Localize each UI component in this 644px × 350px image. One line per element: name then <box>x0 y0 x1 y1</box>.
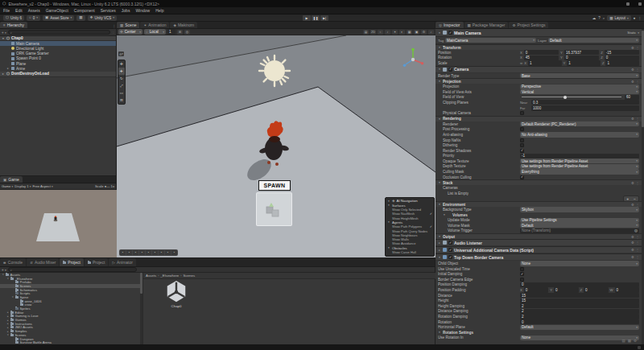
kebab-menu-icon[interactable]: ⋮ <box>636 241 639 245</box>
menu-item-gameobject[interactable]: GameObject <box>46 8 68 13</box>
unity-version-button[interactable]: ⬡ Unity 6 <box>3 15 24 21</box>
aspect-dropdown[interactable]: Free Aspect ▾ <box>33 184 53 188</box>
axis-field[interactable]: 0 <box>615 287 639 292</box>
property-row[interactable]: Child ObjectNone▾ <box>436 261 642 266</box>
clipping-planes-row[interactable]: Clipping PlanesNear0.3Far1000 <box>436 100 642 110</box>
project-search-input[interactable]: ⌕ <box>8 267 137 272</box>
add-asset-button[interactable]: + ▾ <box>2 268 6 272</box>
hierarchy-item-anne[interactable]: ▸Anne <box>0 66 116 71</box>
menu-item-edit[interactable]: Edit <box>15 8 23 13</box>
checkbox[interactable] <box>520 278 524 282</box>
property-row[interactable]: Depth TextureUse settings from Render Pi… <box>436 164 642 170</box>
number-field[interactable]: 0 <box>520 319 639 324</box>
checkbox[interactable] <box>520 143 524 147</box>
tool-handle-dropdown[interactable]: ✥ Center ▾ <box>118 29 142 34</box>
clip-field[interactable]: 0.3 <box>531 100 639 105</box>
menu-item-services[interactable]: Services <box>101 8 116 13</box>
audio-toggle-icon[interactable]: ♪ <box>385 30 390 35</box>
hierarchy-scene-row-dontdestroyonload[interactable]: ▸⬡DontDestroyOnLoad <box>0 72 116 76</box>
property-row[interactable]: Volume MaskDefault▾ <box>436 223 642 229</box>
checkbox-row[interactable]: Use Unscaled Time <box>436 266 642 272</box>
chevron-down-icon[interactable]: ▾ <box>438 31 441 35</box>
tab-makinom[interactable]: ◈Makinom <box>170 22 197 28</box>
tab-project-settings[interactable]: ⚙Project Settings <box>509 22 548 28</box>
display-dropdown[interactable]: Display 1 ▾ <box>14 184 31 188</box>
menu-item-file[interactable]: File <box>3 8 10 13</box>
number-field[interactable]: 2 <box>520 309 639 314</box>
move-tool-icon[interactable]: ✚ <box>118 68 125 75</box>
value-dropdown[interactable]: Everything▾ <box>520 169 639 174</box>
enabled-checkbox[interactable]: ✓ <box>448 68 452 72</box>
number-field-row[interactable]: Distance15 <box>436 293 642 299</box>
checkbox-row[interactable]: Physical Camera <box>436 110 642 116</box>
axis-field[interactable]: 1 <box>567 60 601 65</box>
gear-icon[interactable]: ⚙ <box>634 339 637 343</box>
vector-field-row[interactable]: Position PaddingX0Y0Z0W0 <box>436 287 642 293</box>
tab-game[interactable]: ▣ Game <box>0 176 23 183</box>
orbit-icon[interactable]: ▪ <box>120 250 126 255</box>
project-tree-scrollbar[interactable] <box>140 273 142 345</box>
slider-thumb[interactable] <box>564 96 567 99</box>
scale-tool-icon[interactable]: ⤢ <box>118 82 125 89</box>
game-mode-dropdown[interactable]: Game ▾ <box>2 184 13 188</box>
number-field-row[interactable]: Rotation Damping2 <box>436 314 642 319</box>
checkbox-row[interactable]: Render Shadows✓ <box>436 148 642 154</box>
checkbox-row[interactable]: Border Camera Edge <box>436 277 642 282</box>
axis-field[interactable]: -15 <box>605 50 639 55</box>
kebab-menu-icon[interactable]: ⋮ <box>636 117 639 121</box>
axis-field[interactable]: 0 <box>605 56 639 60</box>
camera-settings-icon[interactable]: ▣ <box>414 30 419 35</box>
notifications-icon[interactable]: ● <box>634 16 636 21</box>
gear-icon[interactable]: ⚙ <box>631 248 634 252</box>
gear-icon[interactable]: ⚙ <box>631 235 634 239</box>
enabled-checkbox[interactable]: ✓ <box>448 248 452 252</box>
object-field[interactable]: None (Transform)◎ <box>520 229 639 233</box>
gear-icon[interactable]: ⚙ <box>631 181 634 185</box>
breadcrumb-item[interactable]: Scenes <box>183 274 195 278</box>
tab-project[interactable]: Project <box>60 258 84 266</box>
axis-field[interactable]: 0 <box>584 287 608 292</box>
unity-vcs-button[interactable]: ❖ Unity VCS ▾ <box>88 15 118 21</box>
checkbox[interactable] <box>520 111 524 115</box>
titlebar-icon[interactable] <box>638 2 642 6</box>
menu-item-window[interactable]: Window <box>135 8 150 13</box>
menu-item-assets[interactable]: Assets <box>28 8 40 13</box>
section-output[interactable]: ▾Output⚙⋮ <box>436 233 642 239</box>
value-dropdown[interactable]: Use settings from Render Pipeline Asset▾ <box>520 159 639 163</box>
pause-button[interactable]: ❚❚ <box>312 15 320 21</box>
clip-field[interactable]: 1000 <box>531 105 639 110</box>
axis-field[interactable]: 0 <box>524 287 548 292</box>
step-button[interactable]: ▶| <box>320 15 328 21</box>
menu-item-help[interactable]: Help <box>155 8 163 13</box>
value-dropdown[interactable]: Use settings from Render Pipeline Asset▾ <box>520 164 639 169</box>
effects-toggle-icon[interactable]: ✶ <box>392 30 398 35</box>
kebab-menu-icon[interactable]: ⋮ <box>113 24 117 28</box>
breadcrumb-item[interactable]: Assets <box>146 274 156 278</box>
transform-tool-icon[interactable]: ⊞ <box>118 97 125 104</box>
help-icon[interactable]: ? <box>598 16 601 21</box>
rotate-tool-icon[interactable]: ↻ <box>118 75 125 82</box>
kebab-menu-icon[interactable]: ⋮ <box>636 46 639 50</box>
slider-row[interactable]: Field of View60 <box>436 95 642 101</box>
titlebar-icon[interactable] <box>626 2 630 6</box>
search-icon[interactable]: ⌕ <box>603 16 605 21</box>
enabled-checkbox[interactable]: ✓ <box>448 241 452 245</box>
number-field[interactable]: 0 <box>520 282 639 287</box>
terrain-icon[interactable]: ▪ <box>152 250 158 255</box>
tab-hierarchy[interactable]: ≡ Hierarchy <box>0 22 27 28</box>
gear-icon[interactable]: ⚙ <box>631 117 634 121</box>
number-field-row[interactable]: Position Damping0 <box>436 282 642 288</box>
kebab-menu-icon[interactable]: ⋮ <box>636 80 639 84</box>
subsection-volumes[interactable]: ▾Volumes <box>436 212 642 218</box>
number-field[interactable]: 2 <box>520 303 639 308</box>
checkbox-row[interactable]: Stop NaNs <box>436 138 642 143</box>
object-field-row[interactable]: Volume TriggerNone (Transform)◎ <box>436 229 642 234</box>
property-row[interactable]: Horizontal PlaneDefault▾ <box>436 324 642 330</box>
value-dropdown[interactable]: None▾ <box>520 261 639 266</box>
cloud-icon[interactable]: ☁ <box>592 16 597 21</box>
property-row[interactable]: Anti-aliasingNo Anti-aliasing▾ <box>436 132 642 138</box>
property-row[interactable]: RendererDefault Renderer (PC_Renderer)▾ <box>436 121 642 127</box>
link-icon[interactable]: ∞ <box>520 61 522 65</box>
number-field-row[interactable]: Priority-1 <box>436 154 642 159</box>
axis-field[interactable]: 45 <box>524 56 559 60</box>
